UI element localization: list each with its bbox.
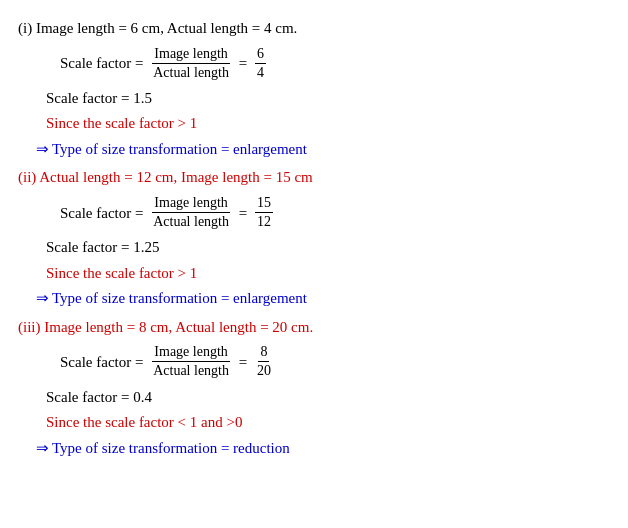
result-ii-num: 15 [255, 194, 273, 213]
fraction-iii-den: Actual length [151, 362, 231, 380]
sf-label-iii: Scale factor = [60, 347, 147, 377]
fraction-iii: Image length Actual length [151, 343, 231, 380]
equals-i: = [235, 48, 251, 78]
fraction-ii-num: Image length [152, 194, 229, 213]
content-area: (i) Image length = 6 cm, Actual length =… [18, 17, 610, 459]
part-iii-header: (iii) Image length = 8 cm, Actual length… [18, 316, 610, 339]
result-i: 6 4 [255, 45, 266, 82]
part-iii: (iii) Image length = 8 cm, Actual length… [18, 316, 610, 459]
fraction-iii-num: Image length [152, 343, 229, 362]
fraction-ii-den: Actual length [151, 213, 231, 231]
result-i-num: 6 [255, 45, 266, 64]
part-ii-sfval: Scale factor = 1.25 [46, 236, 610, 259]
part-ii-sf-fraction: Scale factor = Image length Actual lengt… [60, 194, 610, 231]
fraction-ii: Image length Actual length [151, 194, 231, 231]
equals-ii: = [235, 198, 251, 228]
part-i-arrow: ⇒ Type of size transformation = enlargem… [28, 138, 610, 161]
part-i-header: (i) Image length = 6 cm, Actual length =… [18, 17, 610, 40]
equals-iii: = [235, 347, 251, 377]
part-iii-arrow: ⇒ Type of size transformation = reductio… [28, 437, 610, 460]
part-i-since: Since the scale factor > 1 [46, 112, 610, 135]
part-ii-header: (ii) Actual length = 12 cm, Image length… [18, 166, 610, 189]
part-ii: (ii) Actual length = 12 cm, Image length… [18, 166, 610, 309]
part-iii-sf-fraction: Scale factor = Image length Actual lengt… [60, 343, 610, 380]
result-iii: 8 20 [255, 343, 273, 380]
sf-label-ii: Scale factor = [60, 198, 147, 228]
result-iii-num: 8 [258, 343, 269, 362]
fraction-i-den: Actual length [151, 64, 231, 82]
part-i: (i) Image length = 6 cm, Actual length =… [18, 17, 610, 160]
sf-label-i: Scale factor = [60, 48, 147, 78]
part-iii-sfval: Scale factor = 0.4 [46, 386, 610, 409]
fraction-i: Image length Actual length [151, 45, 231, 82]
part-iii-since: Since the scale factor < 1 and >0 [46, 411, 610, 434]
part-ii-arrow: ⇒ Type of size transformation = enlargem… [28, 287, 610, 310]
result-ii-den: 12 [255, 213, 273, 231]
part-ii-since: Since the scale factor > 1 [46, 262, 610, 285]
result-i-den: 4 [255, 64, 266, 82]
part-i-sf-fraction: Scale factor = Image length Actual lengt… [60, 45, 610, 82]
result-ii: 15 12 [255, 194, 273, 231]
result-iii-den: 20 [255, 362, 273, 380]
part-i-sfval: Scale factor = 1.5 [46, 87, 610, 110]
fraction-i-num: Image length [152, 45, 229, 64]
